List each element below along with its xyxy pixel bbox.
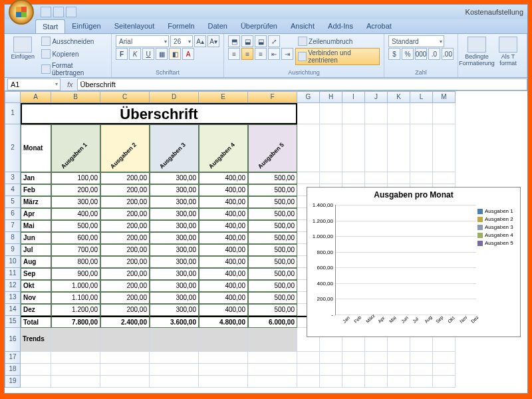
tab-seitenlayout[interactable]: Seitenlayout bbox=[108, 19, 162, 33]
cell-data[interactable]: 500,00 bbox=[248, 184, 297, 196]
cell-month[interactable]: Sep bbox=[21, 268, 51, 280]
cell-month[interactable]: Mai bbox=[21, 220, 51, 232]
format-as-table-button[interactable]: Als T format bbox=[493, 35, 523, 68]
cell-month[interactable]: Okt bbox=[21, 280, 51, 292]
row-header-19[interactable]: 19 bbox=[5, 376, 21, 388]
row-header-5[interactable]: 5 bbox=[5, 196, 21, 208]
cell-trends[interactable] bbox=[51, 328, 100, 352]
cut-button[interactable]: Ausschneiden bbox=[39, 35, 107, 47]
cell-data[interactable]: 400,00 bbox=[199, 232, 248, 244]
cell-data[interactable]: 700,00 bbox=[51, 244, 100, 256]
cell-data[interactable]: 500,00 bbox=[248, 172, 297, 184]
cell-data[interactable]: 400,00 bbox=[51, 208, 100, 220]
font-color-button[interactable]: A bbox=[182, 48, 194, 60]
cell-data[interactable]: 500,00 bbox=[248, 196, 297, 208]
cell-data[interactable]: 400,00 bbox=[199, 220, 248, 232]
cell-data[interactable]: 400,00 bbox=[199, 292, 248, 304]
header-ausgaben-2[interactable]: Ausgaben 2 bbox=[100, 124, 150, 172]
cell-data[interactable]: 400,00 bbox=[199, 196, 248, 208]
cell-data[interactable]: 200,00 bbox=[100, 172, 150, 184]
cell-month[interactable]: Nov bbox=[21, 292, 51, 304]
cell-data[interactable]: 300,00 bbox=[150, 208, 199, 220]
cell-month[interactable]: März bbox=[21, 196, 51, 208]
cell-data[interactable]: 1.200,00 bbox=[51, 304, 100, 316]
cell-data[interactable]: 400,00 bbox=[199, 256, 248, 268]
cell-data[interactable]: 400,00 bbox=[199, 280, 248, 292]
align-middle-button[interactable]: ⬓ bbox=[241, 35, 253, 47]
col-header-J[interactable]: J bbox=[365, 91, 388, 103]
cell-data[interactable]: 500,00 bbox=[248, 244, 297, 256]
name-box[interactable]: A1 bbox=[7, 78, 61, 90]
paste-button[interactable]: Einfügen bbox=[9, 35, 37, 62]
cell-data[interactable]: 500,00 bbox=[248, 304, 297, 316]
cell-data[interactable]: 500,00 bbox=[248, 232, 297, 244]
cell-trends[interactable] bbox=[150, 328, 199, 352]
redo-icon[interactable] bbox=[66, 7, 76, 17]
shrink-font-button[interactable]: A▾ bbox=[207, 35, 219, 47]
col-header-D[interactable]: D bbox=[150, 91, 199, 103]
row-header-18[interactable]: 18 bbox=[5, 364, 21, 376]
cell-month[interactable]: Dez bbox=[21, 304, 51, 316]
cell-data[interactable]: 400,00 bbox=[199, 208, 248, 220]
cell-data[interactable]: 200,00 bbox=[100, 232, 150, 244]
cell-data[interactable]: 600,00 bbox=[51, 232, 100, 244]
cell-data[interactable]: 300,00 bbox=[150, 280, 199, 292]
header-ausgaben-4[interactable]: Ausgaben 4 bbox=[199, 124, 248, 172]
align-bottom-button[interactable]: ⬓ bbox=[255, 35, 267, 47]
row-header-3[interactable]: 3 bbox=[5, 172, 21, 184]
dec-decimal-button[interactable]: .00 bbox=[442, 48, 454, 60]
header-ausgaben-5[interactable]: Ausgaben 5 bbox=[248, 124, 297, 172]
cell-data[interactable]: 200,00 bbox=[100, 292, 150, 304]
cell-trends[interactable] bbox=[199, 328, 248, 352]
border-button[interactable]: ▦ bbox=[156, 48, 168, 60]
cell-data[interactable]: 400,00 bbox=[199, 244, 248, 256]
align-top-button[interactable]: ⬒ bbox=[228, 35, 240, 47]
row-header-11[interactable]: 11 bbox=[5, 268, 21, 280]
tab-ansicht[interactable]: Ansicht bbox=[284, 19, 321, 33]
tab-einfügen[interactable]: Einfügen bbox=[65, 19, 107, 33]
fill-color-button[interactable]: ◧ bbox=[169, 48, 181, 60]
comma-button[interactable]: 000 bbox=[415, 48, 427, 60]
cell-total[interactable]: 6.000,00 bbox=[248, 316, 297, 328]
col-header-E[interactable]: E bbox=[199, 91, 248, 103]
row-header-14[interactable]: 14 bbox=[5, 304, 21, 316]
cell-trends[interactable] bbox=[100, 328, 150, 352]
cell-data[interactable]: 300,00 bbox=[150, 256, 199, 268]
merge-center-button[interactable]: Verbinden und zentrieren bbox=[295, 48, 380, 65]
cell-month[interactable]: Feb bbox=[21, 184, 51, 196]
col-header-F[interactable]: F bbox=[248, 91, 297, 103]
cell-data[interactable]: 500,00 bbox=[248, 220, 297, 232]
cell-data[interactable]: 500,00 bbox=[248, 208, 297, 220]
tab-überprüfen[interactable]: Überprüfen bbox=[234, 19, 284, 33]
row-header-16[interactable]: 16 bbox=[5, 328, 21, 352]
tab-start[interactable]: Start bbox=[35, 19, 65, 33]
format-painter-button[interactable]: Format übertragen bbox=[39, 61, 107, 78]
cell-data[interactable]: 300,00 bbox=[150, 232, 199, 244]
row-header-9[interactable]: 9 bbox=[5, 244, 21, 256]
cell-data[interactable]: 1.000,00 bbox=[51, 280, 100, 292]
cell-total[interactable]: 7.800,00 bbox=[51, 316, 100, 328]
row-header-1[interactable]: 1 bbox=[5, 103, 21, 124]
row-header-6[interactable]: 6 bbox=[5, 208, 21, 220]
italic-button[interactable]: K bbox=[129, 48, 141, 60]
col-header-L[interactable]: L bbox=[410, 91, 433, 103]
row-header-15[interactable]: 15 bbox=[5, 316, 21, 328]
chart-ausgaben[interactable]: Ausgaben pro Monat -200,00400,00600,0080… bbox=[307, 187, 521, 337]
cell-data[interactable]: 500,00 bbox=[248, 280, 297, 292]
bold-button[interactable]: F bbox=[116, 48, 128, 60]
cell-trends-label[interactable]: Trends bbox=[21, 328, 51, 352]
row-header-17[interactable]: 17 bbox=[5, 352, 21, 364]
col-header-H[interactable]: H bbox=[320, 91, 342, 103]
save-icon[interactable] bbox=[41, 7, 51, 17]
header-ausgaben-3[interactable]: Ausgaben 3 bbox=[150, 124, 199, 172]
worksheet[interactable]: ABCDEFGHIJKLM1Überschrift2MonatAusgaben … bbox=[5, 91, 527, 393]
cell-data[interactable]: 400,00 bbox=[199, 172, 248, 184]
cell-data[interactable]: 200,00 bbox=[100, 220, 150, 232]
col-header-I[interactable]: I bbox=[342, 91, 365, 103]
row-header-10[interactable]: 10 bbox=[5, 256, 21, 268]
row-header-4[interactable]: 4 bbox=[5, 184, 21, 196]
cell-total[interactable]: 2.400,00 bbox=[100, 316, 150, 328]
orientation-button[interactable]: ⤢ bbox=[268, 35, 280, 47]
align-right-button[interactable]: ≡ bbox=[255, 48, 267, 60]
cell-data[interactable]: 200,00 bbox=[100, 244, 150, 256]
